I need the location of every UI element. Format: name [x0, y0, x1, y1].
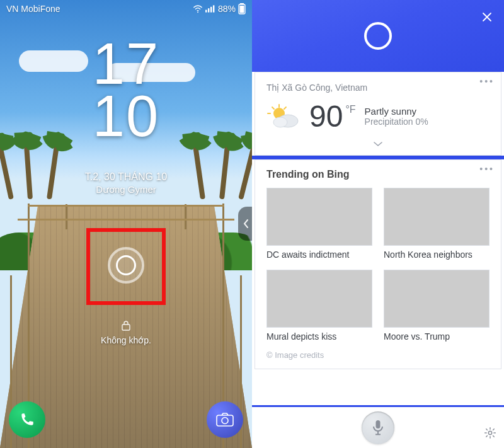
- wifi-icon: [193, 4, 203, 13]
- svg-line-15: [284, 107, 286, 109]
- svg-rect-9: [217, 415, 233, 426]
- weather-condition: Partly sunny: [365, 106, 428, 117]
- clock-minutes: 10: [0, 90, 252, 142]
- lock-status: Không khớp.: [0, 320, 252, 345]
- carrier-label: VN MobiFone: [6, 4, 60, 14]
- chevron-left-icon: [243, 219, 249, 229]
- weather-precip: Precipitation 0%: [365, 117, 428, 127]
- weather-unit: °F: [345, 104, 355, 115]
- trending-item[interactable]: Moore vs. Trump: [384, 270, 490, 342]
- trending-card: ••• Trending on Bing DC awaits indictmen…: [255, 159, 501, 369]
- cortana-ring-icon: [116, 255, 136, 275]
- camera-icon: [216, 413, 234, 427]
- date-line: T.2, 30 THÁNG 10: [0, 171, 252, 183]
- svg-rect-4: [213, 5, 214, 12]
- cortana-app: ••• Thị Xã Gò Công, Vietnam 90 °F: [252, 0, 504, 448]
- trending-thumb: [266, 188, 372, 246]
- image-credits[interactable]: © Image credits: [266, 350, 490, 360]
- signal-icon: [205, 4, 215, 13]
- trending-title: Trending on Bing: [266, 169, 490, 180]
- svg-rect-3: [210, 7, 212, 13]
- cortana-logo-icon: [364, 22, 392, 50]
- phone-icon: [19, 411, 35, 428]
- partly-sunny-icon: [266, 103, 301, 130]
- trending-thumb: [384, 188, 490, 246]
- trending-caption: North Korea neighbors: [384, 250, 490, 260]
- card-more-button[interactable]: •••: [479, 76, 495, 86]
- phone-shortcut[interactable]: [9, 401, 45, 438]
- battery-icon: [238, 3, 246, 14]
- weather-location: Thị Xã Gò Công, Vietnam: [266, 83, 490, 93]
- settings-button[interactable]: [484, 427, 496, 442]
- trending-item[interactable]: DC awaits indictment: [266, 188, 372, 260]
- close-button[interactable]: [479, 9, 495, 25]
- owner-name: Dương Gymer: [0, 184, 252, 195]
- weather-expand[interactable]: [266, 139, 490, 150]
- gear-icon: [484, 427, 496, 439]
- chevron-down-icon: [373, 141, 383, 147]
- weather-temp: 90: [309, 99, 343, 134]
- svg-point-21: [488, 431, 491, 434]
- trending-caption: Mural depicts kiss: [266, 331, 372, 342]
- trending-item[interactable]: Mural depicts kiss: [266, 270, 372, 342]
- cortana-header: [252, 0, 504, 72]
- svg-point-17: [273, 117, 287, 127]
- lockscreen: VN MobiFone 88% 17 10 T.2, 30 THÁNG 10 D…: [0, 0, 252, 448]
- svg-line-14: [272, 107, 274, 109]
- svg-rect-18: [376, 420, 381, 428]
- lockscreen-clock: 17 10: [0, 38, 252, 142]
- svg-rect-2: [208, 8, 209, 12]
- status-bar: VN MobiFone 88%: [0, 0, 252, 18]
- lockscreen-date: T.2, 30 THÁNG 10 Dương Gymer: [0, 171, 252, 195]
- mic-button[interactable]: [362, 411, 394, 444]
- edge-panel-handle[interactable]: [238, 207, 252, 241]
- battery-percent: 88%: [218, 4, 236, 14]
- lock-message: Không khớp.: [101, 335, 151, 345]
- svg-point-10: [222, 418, 228, 424]
- card-more-button[interactable]: •••: [479, 164, 495, 174]
- trending-caption: Moore vs. Trump: [384, 331, 490, 342]
- trending-caption: DC awaits indictment: [266, 250, 372, 260]
- microphone-icon: [372, 420, 384, 436]
- svg-rect-7: [240, 6, 244, 13]
- trending-item[interactable]: North Korea neighbors: [384, 188, 490, 260]
- close-icon: [481, 11, 493, 23]
- trending-thumb: [266, 270, 372, 328]
- svg-rect-1: [205, 10, 207, 13]
- svg-point-0: [197, 11, 198, 13]
- cortana-lockscreen-button[interactable]: [108, 247, 144, 284]
- svg-rect-8: [122, 325, 130, 330]
- clock-hours: 17: [0, 38, 252, 90]
- lock-icon: [121, 320, 131, 331]
- cortana-bottom-bar: [252, 405, 504, 448]
- trending-thumb: [384, 270, 490, 328]
- camera-shortcut[interactable]: [207, 401, 243, 438]
- weather-card[interactable]: ••• Thị Xã Gò Công, Vietnam 90 °F: [255, 72, 501, 156]
